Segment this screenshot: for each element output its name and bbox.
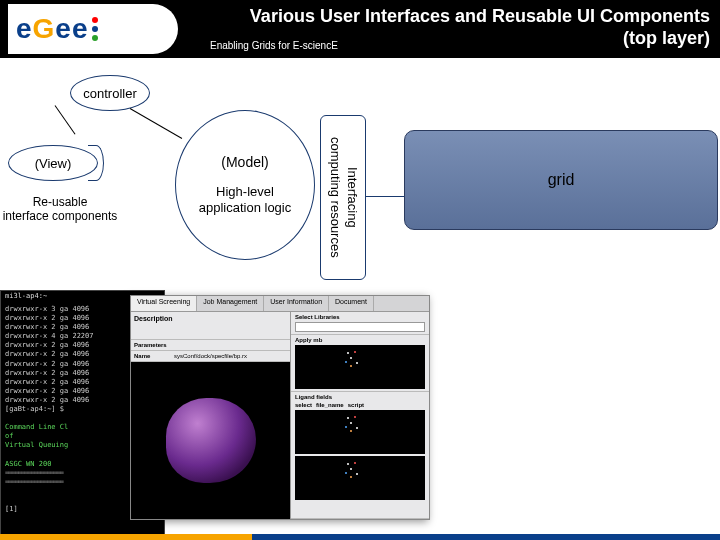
header-bar: eGee Various User Interfaces and Reusabl… bbox=[0, 0, 720, 58]
embedded-screenshots: mi3l-ap4:~ drwxrwxr-x 3 ga 4096 drwxrwxr… bbox=[0, 290, 430, 540]
connector-line bbox=[366, 196, 404, 197]
model-label: (Model) bbox=[221, 154, 268, 170]
app-window: Virtual Screening Job Management User In… bbox=[130, 295, 430, 520]
egee-logo: eGee bbox=[8, 4, 178, 54]
select-libraries-section: Select Libraries bbox=[291, 312, 429, 335]
tab-user-information[interactable]: User Information bbox=[264, 296, 329, 311]
logo-letter: e bbox=[55, 13, 72, 44]
library-input[interactable] bbox=[295, 322, 425, 332]
tagline: Enabling Grids for E-sciencE bbox=[210, 40, 338, 51]
reusable-label: Re-usable interface components bbox=[0, 195, 120, 224]
view-node: (View) bbox=[8, 145, 98, 181]
app-right-panel: Select Libraries Apply mb Ligand fields … bbox=[291, 312, 429, 519]
controller-node: controller bbox=[70, 75, 150, 111]
description-section: Description bbox=[131, 312, 290, 340]
tab-virtual-screening[interactable]: Virtual Screening bbox=[131, 296, 197, 311]
highlevel-label: High-level application logic bbox=[199, 184, 292, 215]
molecule-icon bbox=[166, 398, 256, 483]
small-molecule-view bbox=[295, 345, 425, 389]
connector-line bbox=[130, 108, 182, 139]
molecule-viewer[interactable] bbox=[131, 362, 290, 519]
grid-node: grid bbox=[404, 130, 718, 230]
logo-dots-icon bbox=[92, 17, 98, 41]
interfacing-box: Interfacing computing resources bbox=[320, 115, 366, 280]
app-tabs: Virtual Screening Job Management User In… bbox=[131, 296, 429, 312]
terminal-title: mi3l-ap4:~ bbox=[5, 292, 47, 301]
title-line-1: Various User Interfaces and Reusable UI … bbox=[250, 6, 710, 28]
footer-accent-bar bbox=[0, 534, 720, 540]
apply-section: Apply mb bbox=[291, 335, 429, 392]
tab-job-management[interactable]: Job Management bbox=[197, 296, 264, 311]
connector-line bbox=[55, 105, 76, 134]
ligand-header-row: select file_name script bbox=[295, 402, 425, 408]
ligand-fields-section: Ligand fields select file_name script bbox=[291, 392, 429, 519]
parameter-row: Name sysConf/dock/specfile/bp.rx bbox=[131, 351, 290, 362]
interfacing-text: Interfacing computing resources bbox=[326, 137, 360, 258]
logo-letter: e bbox=[72, 13, 89, 44]
model-node: (Model) High-level application logic bbox=[175, 110, 315, 260]
logo-letter: e bbox=[16, 13, 33, 44]
tab-document[interactable]: Document bbox=[329, 296, 374, 311]
small-molecule-view bbox=[295, 456, 425, 500]
small-molecule-view bbox=[295, 410, 425, 454]
logo-letter: G bbox=[33, 13, 56, 44]
parameters-header: Parameters bbox=[131, 340, 290, 351]
app-left-panel: Description Parameters Name sysConf/dock… bbox=[131, 312, 291, 519]
app-body: Description Parameters Name sysConf/dock… bbox=[131, 312, 429, 519]
